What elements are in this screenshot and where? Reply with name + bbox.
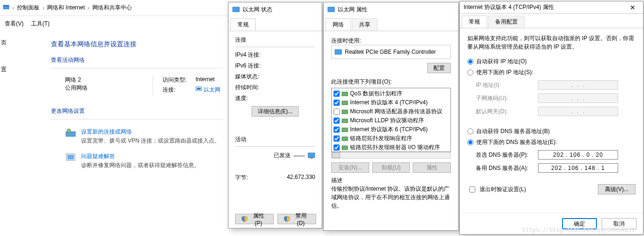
item-description: 诊断并修复网络问题，或者获得疑难解答信息。 [81, 161, 200, 169]
protocol-label: Microsoft 网络适配器多路传送器协议 [350, 108, 442, 116]
manual-dns-radio[interactable] [467, 139, 473, 145]
new-connection-icon [65, 128, 76, 139]
protocol-label: 链路层拓扑发现映射器 I/O 驱动程序 [350, 143, 440, 152]
horizontal-scrollbar[interactable] [331, 152, 451, 159]
close-button[interactable]: ✕ [626, 4, 639, 11]
protocol-checkbox[interactable] [334, 118, 340, 124]
validate-label[interactable]: 退出时验证设置(L) [480, 185, 526, 194]
svg-rect-4 [66, 132, 75, 136]
auto-ip-label[interactable]: 自动获得 IP 地址(O) [476, 58, 527, 66]
tab-network[interactable]: 网络 [326, 18, 351, 31]
breadcrumb-item[interactable]: 网络和共享中心 [92, 4, 132, 12]
ethernet-icon [232, 6, 240, 13]
uninstall-button[interactable]: 卸载(U) [372, 162, 410, 173]
protocol-checkbox[interactable] [334, 100, 340, 106]
page-title: 查看基本网络信息并设置连接 [51, 40, 223, 49]
subnet-mask-input: ... [538, 93, 618, 103]
protocol-item[interactable]: QoS 数据包计划程序 [332, 89, 450, 98]
disable-button[interactable]: 禁用(D) [277, 214, 316, 224]
sent-label: 已发送 [274, 152, 291, 160]
media-label: 媒体状态: [235, 73, 277, 81]
dialog-titlebar: 以太网 属性 [324, 2, 458, 17]
dns1-label: 首选 DNS 服务器(P): [467, 151, 538, 159]
protocol-item[interactable]: Internet 协议版本 6 (TCP/IPv6) [332, 125, 450, 134]
protocol-item[interactable]: Microsoft 网络适配器多路传送器协议 [332, 107, 450, 116]
connection-label: 连接: [163, 86, 196, 94]
protocol-item[interactable]: Microsoft LLDP 协议驱动程序 [332, 116, 450, 125]
breadcrumb: › 控制面板 › 网络和 Internet › 网络和共享中心 [0, 0, 228, 16]
connection-link[interactable]: 以太网 [204, 86, 220, 93]
access-type-label: 访问类型: [163, 76, 196, 84]
menu-view[interactable]: 查看(V) [5, 20, 24, 28]
shield-icon [241, 216, 247, 222]
breadcrumb-icon [3, 4, 9, 12]
side-link[interactable]: 页 [0, 29, 8, 56]
protocol-item[interactable]: Internet 协议版本 4 (TCP/IPv4) [332, 98, 450, 107]
troubleshoot-link[interactable]: 问题疑难解答 [81, 152, 200, 160]
adapter-box: Realtek PCIe GBE Family Controller [331, 45, 451, 59]
chevron-right-icon: › [12, 5, 14, 11]
install-button[interactable]: 安装(N)... [331, 162, 369, 173]
scrollbar-thumb[interactable] [332, 152, 340, 158]
protocol-checkbox[interactable] [334, 144, 340, 151]
protocol-item[interactable]: 链路层拓扑发现映射器 I/O 驱动程序 [332, 143, 450, 152]
configure-button[interactable]: 配置 [427, 63, 451, 73]
protocol-item[interactable]: 链路层拓扑发现响应程序 [332, 134, 450, 143]
ethernet-properties-dialog: 以太网 属性 网络 共享 连接时使用: Realtek PCIe GBE Fam… [323, 2, 459, 231]
protocol-checkbox[interactable] [334, 126, 340, 133]
svg-rect-16 [342, 119, 348, 123]
group-activity: 活动 [235, 135, 315, 143]
auto-dns-radio[interactable] [467, 128, 473, 135]
tabs: 常规 备用配置 [460, 14, 643, 28]
item-description: 设置宽带、拨号或 VPN 连接；或设置路由器或接入点。 [81, 137, 220, 145]
tab-general[interactable]: 常规 [462, 16, 487, 28]
auto-dns-label[interactable]: 自动获得 DNS 服务器地址(B) [476, 127, 550, 135]
protocol-listbox[interactable]: QoS 数据包计划程序Internet 协议版本 4 (TCP/IPv4)Mic… [331, 88, 451, 152]
ipv4-properties-dialog: Internet 协议版本 4 (TCP/IPv4) 属性 ✕ 常规 备用配置 … [459, 1, 644, 235]
ipv6-label: IPv6 连接: [235, 62, 277, 70]
protocol-icon [342, 118, 348, 124]
tab-alternate[interactable]: 备用配置 [488, 16, 525, 28]
section-header: 更改网络设置 [51, 107, 223, 115]
svg-rect-18 [342, 137, 348, 141]
protocol-icon [342, 136, 348, 142]
details-button[interactable]: 详细信息(E)... [252, 106, 299, 117]
validate-checkbox[interactable] [469, 186, 475, 193]
ip-address-label: IP 地址(I): [467, 81, 538, 89]
breadcrumb-item[interactable]: 网络和 Internet [47, 4, 85, 12]
dialog-titlebar: 以太网 状态 [228, 2, 322, 17]
tabs: 常规 [228, 17, 322, 31]
duration-label: 持续时间: [235, 84, 277, 92]
properties-button[interactable]: 属性(P) [235, 214, 274, 224]
svg-rect-19 [342, 146, 348, 150]
new-connection-link[interactable]: 设置新的连接或网络 [81, 128, 220, 136]
info-text: 如果网络支持此功能，则可以获取自动指派的 IP 设置。否则，你需要从网络系统管理… [467, 34, 636, 51]
manual-ip-label[interactable]: 使用下面的 IP 地址(S): [476, 68, 533, 76]
protocol-checkbox[interactable] [334, 135, 340, 142]
protocol-checkbox[interactable] [334, 91, 340, 97]
manual-dns-label[interactable]: 使用下面的 DNS 服务器地址(E): [476, 138, 557, 146]
auto-ip-radio[interactable] [467, 59, 473, 65]
dialog-title: 以太网 状态 [243, 6, 272, 14]
dns1-input[interactable]: 202. 106. 0. 20 [538, 150, 618, 160]
protocol-icon [342, 91, 348, 97]
protocol-checkbox[interactable] [334, 109, 340, 115]
speed-label: 速度: [235, 94, 277, 102]
menu-bar: 查看(V) 工具(T) [0, 16, 228, 32]
manual-ip-radio[interactable] [467, 69, 473, 76]
menu-tools[interactable]: 工具(T) [31, 20, 49, 28]
breadcrumb-item[interactable]: 控制面板 [17, 4, 40, 12]
dialog-title: 以太网 属性 [338, 6, 367, 14]
tab-general[interactable]: 常规 [230, 18, 256, 31]
left-pane: 页 置 [0, 29, 8, 83]
svg-rect-12 [335, 50, 342, 54]
divider [51, 119, 223, 119]
advanced-button[interactable]: 高级(V)... [598, 184, 636, 194]
dns2-input[interactable]: 202. 106. 148. 1 [538, 163, 618, 173]
protocol-icon [342, 145, 348, 151]
item-properties-button[interactable]: 属性 [413, 162, 451, 173]
tab-share[interactable]: 共享 [352, 18, 377, 31]
side-link[interactable]: 置 [0, 56, 8, 83]
dns2-label: 备用 DNS 服务器(A): [467, 164, 538, 172]
description-header: 描述 [331, 177, 451, 185]
